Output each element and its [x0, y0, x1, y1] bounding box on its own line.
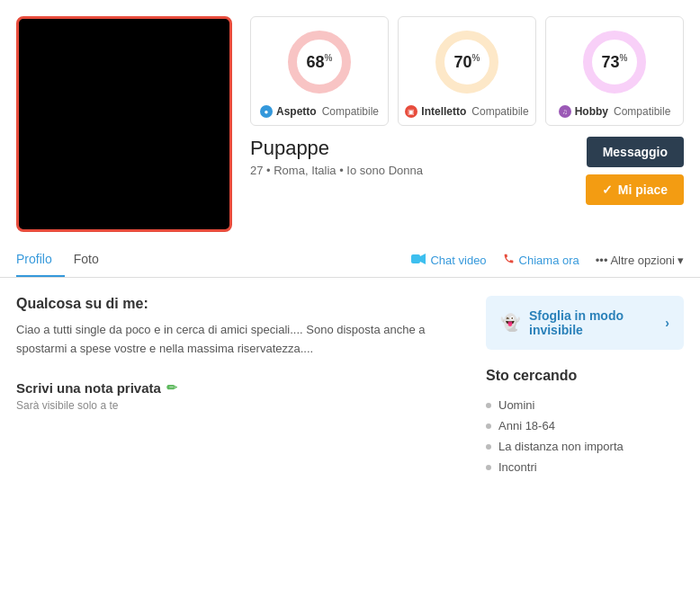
profile-photo [16, 16, 232, 232]
page-container: 68% ● Aspetto Compatibile [0, 0, 700, 606]
invisible-browse-button[interactable]: 👻 Sfoglia in modo invisibile › [486, 296, 684, 350]
profile-name-block: Pupappe 27 • Roma, Italia • Io sono Donn… [250, 137, 423, 177]
hobby-icon: ♫ [559, 105, 571, 118]
private-note-title: Scrivi una nota privata ✏ [16, 380, 464, 396]
seeking-title: Sto cercando [486, 368, 684, 384]
dots-icon: ••• [596, 254, 608, 267]
content-right: 👻 Sfoglia in modo invisibile › Sto cerca… [486, 296, 684, 477]
aspetto-icon: ● [260, 105, 273, 118]
about-text: Ciao a tutti single da poco e in cerca d… [16, 321, 464, 359]
compat-hobby-label: ♫ Hobby Compatibile [559, 105, 671, 118]
intelletto-icon: ▣ [405, 105, 417, 118]
chat-video-label: Chat video [430, 254, 486, 267]
private-note-subtitle: Sarà visibile solo a te [16, 399, 464, 412]
tab-foto[interactable]: Foto [74, 243, 112, 277]
altre-opzioni-label: Altre opzioni [610, 254, 675, 267]
tab-actions: Chat video Chiama ora ••• Altre opzioni … [411, 253, 684, 267]
chart-aspetto: 68% ● Aspetto Compatibile [250, 16, 389, 126]
profile-right: 68% ● Aspetto Compatibile [250, 16, 684, 232]
profile-header: 68% ● Aspetto Compatibile [0, 0, 700, 232]
donut-aspetto-value: 68% [307, 53, 333, 72]
profile-actions: Messaggio ✓ Mi piace [586, 137, 684, 205]
chart-intelletto: 70% ▣ Intelletto Compatibile [398, 16, 536, 126]
chiama-ora-action[interactable]: Chiama ora [503, 253, 579, 267]
seeking-item: Uomini [486, 395, 684, 415]
donut-intelletto: 70% [431, 26, 503, 98]
donut-hobby-value: 73% [602, 53, 628, 72]
chat-video-action[interactable]: Chat video [411, 254, 486, 267]
donut-intelletto-value: 70% [454, 53, 480, 72]
checkmark-icon: ✓ [602, 183, 613, 197]
svg-marker-10 [420, 254, 426, 264]
chevron-down-icon: ▾ [678, 254, 684, 267]
edit-icon[interactable]: ✏ [166, 380, 177, 395]
profile-name: Pupappe [250, 137, 423, 160]
profile-meta: 27 • Roma, Italia • Io sono Donna [250, 164, 423, 177]
about-title: Qualcosa su di me: [16, 296, 464, 312]
altre-opzioni-action[interactable]: ••• Altre opzioni ▾ [596, 254, 684, 267]
phone-icon [503, 253, 515, 267]
seeking-item: Incontri [486, 457, 684, 477]
compat-aspetto-label: ● Aspetto Compatibile [260, 105, 379, 118]
donut-hobby: 73% [579, 26, 651, 98]
chiama-ora-label: Chiama ora [519, 254, 579, 267]
tab-profilo[interactable]: Profilo [16, 243, 65, 277]
seeking-list: Uomini Anni 18-64 La distanza non import… [486, 395, 684, 477]
compatibility-charts: 68% ● Aspetto Compatibile [250, 16, 684, 126]
video-icon [411, 254, 426, 267]
content-left: Qualcosa su di me: Ciao a tutti single d… [16, 296, 464, 477]
tabs-bar: Profilo Foto Chat video Chiama ora ••• A… [0, 243, 700, 278]
svg-rect-9 [411, 254, 420, 263]
chart-hobby: 73% ♫ Hobby Compatibile [545, 16, 684, 126]
donut-aspetto: 68% [283, 26, 355, 98]
content-area: Qualcosa su di me: Ciao a tutti single d… [0, 278, 700, 495]
ghost-icon: 👻 [500, 313, 520, 333]
seeking-item: La distanza non importa [486, 436, 684, 457]
mipiace-button[interactable]: ✓ Mi piace [586, 174, 684, 205]
profile-info-row: Pupappe 27 • Roma, Italia • Io sono Donn… [250, 137, 684, 205]
messaggio-button[interactable]: Messaggio [587, 137, 684, 167]
seeking-item: Anni 18-64 [486, 415, 684, 436]
chevron-right-icon: › [665, 316, 669, 330]
compat-intelletto-label: ▣ Intelletto Compatibile [405, 105, 528, 118]
